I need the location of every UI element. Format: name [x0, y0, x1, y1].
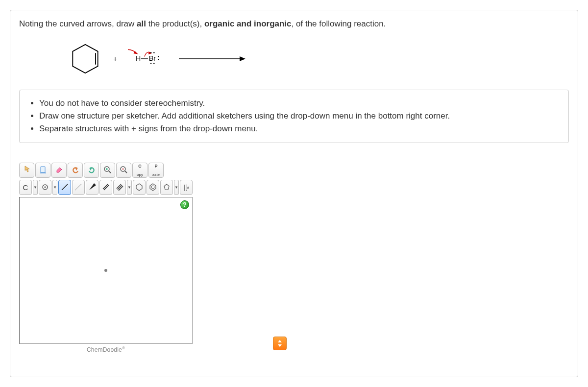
svg-point-5: [150, 52, 151, 53]
double-bond-tool[interactable]: [99, 180, 112, 195]
updown-caret-icon: [276, 339, 283, 347]
redo-button[interactable]: [84, 163, 99, 178]
help-button[interactable]: ?: [180, 200, 189, 209]
atom-br: Br: [149, 54, 156, 62]
reaction-scheme: + H Br: [68, 42, 569, 76]
paste-button[interactable]: P aste: [148, 163, 164, 178]
plus-sign: +: [113, 55, 117, 63]
chemdoodle-brand: ChemDoodle®: [19, 346, 193, 353]
sketcher-canvas[interactable]: ?: [19, 197, 193, 344]
prompt-text-3: , of the following reaction.: [292, 19, 386, 28]
recessed-bond-tool[interactable]: [72, 180, 85, 195]
svg-marker-29: [89, 183, 96, 190]
prompt-text-2: the product(s),: [146, 19, 204, 28]
atom-h: H: [136, 54, 141, 62]
move-tool[interactable]: [19, 163, 34, 178]
reactant-cyclohexene: [68, 42, 102, 76]
svg-marker-39: [278, 340, 282, 342]
instruction-3: Separate structures with + signs from th…: [39, 122, 560, 135]
ring-tool[interactable]: [160, 180, 173, 195]
wedge-bond-tool[interactable]: [86, 180, 98, 195]
add-sketcher-button[interactable]: [273, 337, 287, 350]
instruction-2: Draw one structure per sketcher. Add add…: [39, 110, 560, 122]
svg-point-37: [151, 186, 154, 189]
svg-line-28: [75, 184, 81, 190]
reagent-hbr: H Br: [128, 47, 167, 71]
ring-dropdown[interactable]: ▼: [174, 180, 179, 195]
copy-button[interactable]: C opy: [132, 163, 147, 178]
svg-marker-0: [73, 45, 98, 73]
element-dropdown[interactable]: ▼: [33, 180, 38, 195]
svg-point-7: [158, 56, 159, 57]
add-atom-tool[interactable]: [39, 180, 51, 195]
svg-marker-36: [150, 184, 156, 191]
bond-dropdown[interactable]: ▼: [127, 180, 132, 195]
question-prompt: Noting the curved arrows, draw all the p…: [19, 18, 569, 30]
prompt-text-1: Noting the curved arrows, draw: [19, 19, 137, 28]
zoom-out-button[interactable]: [116, 163, 131, 178]
toolbar-row-1: C opy P aste: [19, 163, 193, 178]
sketcher-area: C opy P aste C ▼ ▼: [19, 163, 569, 353]
instructions-box: You do not have to consider stereochemis…: [19, 90, 569, 143]
svg-marker-38: [164, 184, 169, 190]
clear-tool[interactable]: [35, 163, 50, 178]
svg-line-18: [109, 171, 111, 173]
zoom-in-button[interactable]: [100, 163, 115, 178]
svg-point-8: [158, 59, 159, 60]
triple-bond-tool[interactable]: [113, 180, 126, 195]
chemdoodle-sketcher: C opy P aste C ▼ ▼: [19, 163, 193, 353]
reaction-arrow: [178, 54, 246, 64]
charge-tool[interactable]: [ ]±: [180, 180, 193, 195]
toolbar-row-2: C ▼ ▼: [19, 180, 193, 195]
benzene-tool[interactable]: [147, 180, 159, 195]
svg-line-27: [62, 184, 68, 190]
prompt-bold-all: all: [137, 19, 146, 28]
atom-dropdown[interactable]: ▼: [52, 180, 57, 195]
erase-tool[interactable]: [51, 163, 67, 178]
svg-rect-13: [41, 167, 45, 172]
svg-marker-35: [136, 184, 142, 191]
svg-marker-12: [240, 56, 245, 61]
instruction-1: You do not have to consider stereochemis…: [39, 97, 560, 110]
svg-point-6: [153, 52, 154, 53]
svg-point-9: [150, 63, 151, 64]
cyclohexane-tool[interactable]: [133, 180, 146, 195]
placeholder-atom[interactable]: [104, 269, 107, 272]
prompt-bold-org: organic and inorganic: [204, 19, 292, 28]
single-bond-tool[interactable]: [58, 180, 71, 195]
undo-button[interactable]: [68, 163, 83, 178]
svg-marker-40: [278, 344, 282, 347]
element-button[interactable]: C: [19, 180, 32, 195]
svg-point-10: [153, 63, 154, 64]
question-container: Noting the curved arrows, draw all the p…: [10, 10, 578, 377]
svg-line-22: [125, 171, 127, 173]
